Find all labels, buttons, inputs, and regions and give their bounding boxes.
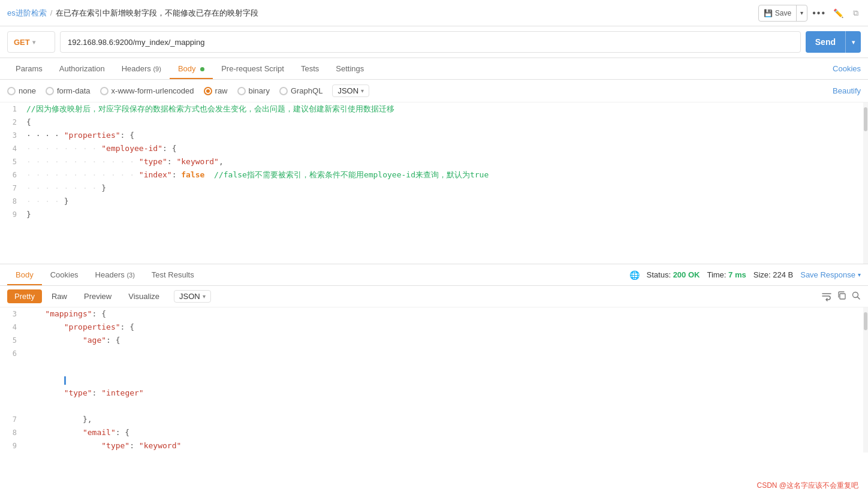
code-line-6: 6 · · · · · · · · · · · · "index": false… [0, 168, 868, 182]
response-format-select[interactable]: JSON ▾ [174, 290, 211, 303]
json-format-select[interactable]: JSON ▾ [332, 84, 369, 97]
search-response-button[interactable] [851, 291, 861, 302]
response-code-editor: 3 "mappings": { 4 "properties": { 5 "age… [0, 307, 868, 452]
code-line-8: 8 · · · · } [0, 195, 868, 208]
response-tab-cookies[interactable]: Cookies [42, 264, 87, 285]
editor-scrollbar-track[interactable] [863, 102, 868, 264]
method-label: GET [14, 38, 30, 47]
response-tab-test-results[interactable]: Test Results [143, 264, 203, 285]
response-tab-headers[interactable]: Headers (3) [87, 264, 143, 285]
status-label: Status: 200 OK [647, 270, 700, 279]
radio-form-data [46, 87, 54, 95]
beautify-button[interactable]: Beautify [833, 86, 861, 95]
resp-code-line-7: 7 }, [0, 413, 868, 426]
copy-icon-button[interactable]: ⧉ [851, 6, 861, 20]
resp-code-line-4: 4 "properties": { [0, 321, 868, 334]
tab-settings[interactable]: Settings [327, 58, 372, 79]
view-options-right [821, 291, 861, 302]
request-tabs: Params Authorization Headers (9) Body Pr… [0, 58, 868, 80]
url-bar: GET ▾ Send ▾ [0, 26, 868, 58]
tab-tests[interactable]: Tests [293, 58, 327, 79]
size-label: Size: 224 B [754, 270, 794, 279]
radio-graphql [279, 87, 288, 95]
code-line-7: 7 · · · · · · · · } [0, 182, 868, 195]
copy-response-button[interactable] [837, 291, 846, 302]
svg-rect-0 [840, 294, 845, 299]
save-icon: 💾 [764, 9, 773, 17]
edit-icon-button[interactable]: ✏️ [831, 6, 846, 20]
view-preview-button[interactable]: Preview [77, 289, 119, 303]
option-binary[interactable]: binary [237, 86, 270, 95]
option-urlencoded[interactable]: x-www-form-urlencoded [100, 86, 194, 95]
resp-code-line-6: 6 "type": "integer" [0, 347, 868, 413]
save-response-button[interactable]: Save Response ▾ [800, 270, 861, 279]
radio-urlencoded [100, 87, 108, 95]
breadcrumb-separator: / [50, 8, 53, 17]
resp-code-line-3: 3 "mappings": { [0, 307, 868, 321]
code-line-3: 3 · · · · "properties": { [0, 129, 868, 142]
radio-raw [204, 87, 212, 95]
response-tabs: Body Cookies Headers (3) Test Results 🌐 … [0, 264, 868, 286]
option-form-data[interactable]: form-data [46, 86, 91, 95]
response-scrollbar-thumb [864, 312, 867, 330]
response-tab-body[interactable]: Body [7, 264, 42, 285]
view-pretty-button[interactable]: Pretty [7, 289, 42, 303]
wrap-lines-button[interactable] [821, 291, 832, 302]
send-dropdown-arrow[interactable]: ▾ [845, 31, 861, 53]
tab-pre-request[interactable]: Pre-request Script [213, 58, 293, 79]
resp-code-line-5: 5 "age": { [0, 334, 868, 347]
editor-scrollbar-thumb [864, 107, 867, 131]
top-bar: es进阶检索 / 在已存在索引中新增映射字段，不能修改已存在的映射字段 💾 Sa… [0, 0, 868, 26]
send-button[interactable]: Send ▾ [806, 31, 861, 53]
tab-params[interactable]: Params [7, 58, 51, 79]
code-line-4: 4 · · · · · · · · "employee-id": { [0, 142, 868, 155]
response-status-area: 🌐 Status: 200 OK Time: 7 ms Size: 224 B … [629, 270, 861, 280]
save-button[interactable]: 💾 Save ▾ [758, 5, 807, 22]
page-title: 在已存在索引中新增映射字段，不能修改已存在的映射字段 [56, 8, 258, 19]
radio-binary [237, 87, 246, 95]
request-code-editor[interactable]: 1 //因为修改映射后，对应字段保存的数据检索方式也会发生变化，会出问题，建议创… [0, 102, 868, 264]
globe-icon: 🌐 [629, 270, 640, 280]
save-response-chevron-icon: ▾ [858, 271, 861, 278]
svg-line-2 [858, 297, 860, 300]
headers-badge: (9) [153, 65, 161, 73]
resp-code-line-8: 8 "email": { [0, 426, 868, 439]
response-format-chevron-icon: ▾ [203, 293, 206, 300]
url-input[interactable] [60, 31, 801, 53]
code-line-2: 2 { [0, 116, 868, 129]
response-scrollbar-track[interactable] [863, 307, 868, 452]
save-dropdown-arrow[interactable]: ▾ [796, 5, 807, 21]
more-options-button[interactable]: ••• [812, 8, 826, 19]
breadcrumb-area: es进阶检索 / 在已存在索引中新增映射字段，不能修改已存在的映射字段 [7, 8, 258, 19]
method-select[interactable]: GET ▾ [7, 31, 55, 53]
breadcrumb-es[interactable]: es进阶检索 [7, 8, 47, 19]
option-graphql[interactable]: GraphQL [279, 86, 323, 95]
method-chevron-icon: ▾ [32, 39, 35, 46]
top-bar-actions: 💾 Save ▾ ••• ✏️ ⧉ [758, 5, 861, 22]
response-area: Body Cookies Headers (3) Test Results 🌐 … [0, 264, 868, 452]
option-none[interactable]: none [7, 86, 36, 95]
radio-none [7, 87, 16, 95]
cookies-link[interactable]: Cookies [833, 58, 861, 79]
view-visualize-button[interactable]: Visualize [121, 289, 167, 303]
code-line-5: 5 · · · · · · · · · · · · "type": "keywo… [0, 155, 868, 168]
save-label: 💾 Save [759, 9, 796, 17]
send-label: Send [806, 37, 845, 47]
response-headers-badge: (3) [126, 271, 134, 279]
body-active-dot [200, 67, 204, 71]
resp-code-line-9: 9 "type": "keyword" [0, 439, 868, 452]
view-options-bar: Pretty Raw Preview Visualize JSON ▾ [0, 286, 868, 307]
tab-body[interactable]: Body [170, 58, 213, 79]
body-options-bar: none form-data x-www-form-urlencoded raw… [0, 80, 868, 102]
option-raw[interactable]: raw [204, 86, 228, 95]
view-raw-button[interactable]: Raw [44, 289, 74, 303]
time-label: Time: 7 ms [707, 270, 746, 279]
tab-authorization[interactable]: Authorization [51, 58, 113, 79]
code-line-9: 9 } [0, 208, 868, 221]
json-chevron-icon: ▾ [361, 87, 364, 94]
tab-headers[interactable]: Headers (9) [113, 58, 170, 79]
code-line-1: 1 //因为修改映射后，对应字段保存的数据检索方式也会发生变化，会出问题，建议创… [0, 102, 868, 116]
